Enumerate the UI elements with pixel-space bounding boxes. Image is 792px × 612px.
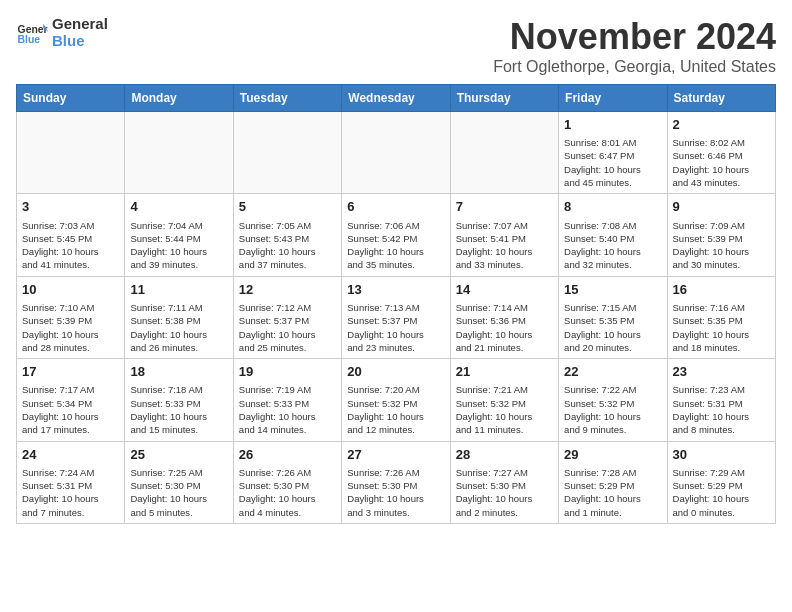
day-number: 4: [130, 198, 227, 216]
calendar-cell: 12Sunrise: 7:12 AM Sunset: 5:37 PM Dayli…: [233, 276, 341, 358]
calendar-cell: 14Sunrise: 7:14 AM Sunset: 5:36 PM Dayli…: [450, 276, 558, 358]
day-number: 30: [673, 446, 770, 464]
calendar-cell: 17Sunrise: 7:17 AM Sunset: 5:34 PM Dayli…: [17, 359, 125, 441]
day-number: 13: [347, 281, 444, 299]
calendar-cell: [17, 112, 125, 194]
calendar-week-row: 17Sunrise: 7:17 AM Sunset: 5:34 PM Dayli…: [17, 359, 776, 441]
day-number: 26: [239, 446, 336, 464]
day-number: 2: [673, 116, 770, 134]
day-number: 23: [673, 363, 770, 381]
day-info: Sunrise: 7:06 AM Sunset: 5:42 PM Dayligh…: [347, 219, 444, 272]
day-info: Sunrise: 7:27 AM Sunset: 5:30 PM Dayligh…: [456, 466, 553, 519]
day-number: 5: [239, 198, 336, 216]
weekday-header-row: SundayMondayTuesdayWednesdayThursdayFrid…: [17, 85, 776, 112]
day-number: 3: [22, 198, 119, 216]
calendar-cell: 30Sunrise: 7:29 AM Sunset: 5:29 PM Dayli…: [667, 441, 775, 523]
day-number: 25: [130, 446, 227, 464]
day-info: Sunrise: 7:23 AM Sunset: 5:31 PM Dayligh…: [673, 383, 770, 436]
calendar-cell: 22Sunrise: 7:22 AM Sunset: 5:32 PM Dayli…: [559, 359, 667, 441]
day-info: Sunrise: 7:05 AM Sunset: 5:43 PM Dayligh…: [239, 219, 336, 272]
calendar-cell: 4Sunrise: 7:04 AM Sunset: 5:44 PM Daylig…: [125, 194, 233, 276]
calendar-cell: [342, 112, 450, 194]
weekday-header: Sunday: [17, 85, 125, 112]
weekday-header: Monday: [125, 85, 233, 112]
calendar-cell: 9Sunrise: 7:09 AM Sunset: 5:39 PM Daylig…: [667, 194, 775, 276]
day-info: Sunrise: 7:25 AM Sunset: 5:30 PM Dayligh…: [130, 466, 227, 519]
calendar-table: SundayMondayTuesdayWednesdayThursdayFrid…: [16, 84, 776, 524]
calendar-cell: 15Sunrise: 7:15 AM Sunset: 5:35 PM Dayli…: [559, 276, 667, 358]
day-number: 11: [130, 281, 227, 299]
day-number: 27: [347, 446, 444, 464]
day-info: Sunrise: 7:22 AM Sunset: 5:32 PM Dayligh…: [564, 383, 661, 436]
day-info: Sunrise: 7:09 AM Sunset: 5:39 PM Dayligh…: [673, 219, 770, 272]
calendar-cell: [233, 112, 341, 194]
day-info: Sunrise: 7:14 AM Sunset: 5:36 PM Dayligh…: [456, 301, 553, 354]
calendar-cell: 6Sunrise: 7:06 AM Sunset: 5:42 PM Daylig…: [342, 194, 450, 276]
day-number: 12: [239, 281, 336, 299]
header: General Blue General Blue November 2024 …: [16, 16, 776, 76]
day-number: 18: [130, 363, 227, 381]
day-number: 22: [564, 363, 661, 381]
calendar-week-row: 24Sunrise: 7:24 AM Sunset: 5:31 PM Dayli…: [17, 441, 776, 523]
calendar-cell: 7Sunrise: 7:07 AM Sunset: 5:41 PM Daylig…: [450, 194, 558, 276]
calendar-cell: 1Sunrise: 8:01 AM Sunset: 6:47 PM Daylig…: [559, 112, 667, 194]
day-info: Sunrise: 7:04 AM Sunset: 5:44 PM Dayligh…: [130, 219, 227, 272]
logo-text-blue: Blue: [52, 33, 108, 50]
day-info: Sunrise: 7:07 AM Sunset: 5:41 PM Dayligh…: [456, 219, 553, 272]
day-number: 21: [456, 363, 553, 381]
calendar-cell: 13Sunrise: 7:13 AM Sunset: 5:37 PM Dayli…: [342, 276, 450, 358]
calendar-cell: 27Sunrise: 7:26 AM Sunset: 5:30 PM Dayli…: [342, 441, 450, 523]
weekday-header: Saturday: [667, 85, 775, 112]
weekday-header: Thursday: [450, 85, 558, 112]
calendar-cell: 10Sunrise: 7:10 AM Sunset: 5:39 PM Dayli…: [17, 276, 125, 358]
day-number: 19: [239, 363, 336, 381]
calendar-cell: 29Sunrise: 7:28 AM Sunset: 5:29 PM Dayli…: [559, 441, 667, 523]
calendar-cell: 28Sunrise: 7:27 AM Sunset: 5:30 PM Dayli…: [450, 441, 558, 523]
day-info: Sunrise: 7:16 AM Sunset: 5:35 PM Dayligh…: [673, 301, 770, 354]
day-number: 17: [22, 363, 119, 381]
calendar-cell: 5Sunrise: 7:05 AM Sunset: 5:43 PM Daylig…: [233, 194, 341, 276]
calendar-cell: 11Sunrise: 7:11 AM Sunset: 5:38 PM Dayli…: [125, 276, 233, 358]
day-number: 1: [564, 116, 661, 134]
calendar-cell: 20Sunrise: 7:20 AM Sunset: 5:32 PM Dayli…: [342, 359, 450, 441]
day-info: Sunrise: 7:03 AM Sunset: 5:45 PM Dayligh…: [22, 219, 119, 272]
calendar-week-row: 10Sunrise: 7:10 AM Sunset: 5:39 PM Dayli…: [17, 276, 776, 358]
day-info: Sunrise: 7:19 AM Sunset: 5:33 PM Dayligh…: [239, 383, 336, 436]
calendar-week-row: 1Sunrise: 8:01 AM Sunset: 6:47 PM Daylig…: [17, 112, 776, 194]
day-info: Sunrise: 7:12 AM Sunset: 5:37 PM Dayligh…: [239, 301, 336, 354]
day-info: Sunrise: 7:18 AM Sunset: 5:33 PM Dayligh…: [130, 383, 227, 436]
calendar-cell: [450, 112, 558, 194]
day-number: 29: [564, 446, 661, 464]
day-info: Sunrise: 7:20 AM Sunset: 5:32 PM Dayligh…: [347, 383, 444, 436]
calendar-cell: 16Sunrise: 7:16 AM Sunset: 5:35 PM Dayli…: [667, 276, 775, 358]
weekday-header: Friday: [559, 85, 667, 112]
calendar-cell: 19Sunrise: 7:19 AM Sunset: 5:33 PM Dayli…: [233, 359, 341, 441]
calendar-cell: 24Sunrise: 7:24 AM Sunset: 5:31 PM Dayli…: [17, 441, 125, 523]
day-info: Sunrise: 7:21 AM Sunset: 5:32 PM Dayligh…: [456, 383, 553, 436]
calendar-cell: 21Sunrise: 7:21 AM Sunset: 5:32 PM Dayli…: [450, 359, 558, 441]
day-info: Sunrise: 7:29 AM Sunset: 5:29 PM Dayligh…: [673, 466, 770, 519]
weekday-header: Tuesday: [233, 85, 341, 112]
day-info: Sunrise: 7:28 AM Sunset: 5:29 PM Dayligh…: [564, 466, 661, 519]
day-info: Sunrise: 8:02 AM Sunset: 6:46 PM Dayligh…: [673, 136, 770, 189]
day-number: 9: [673, 198, 770, 216]
day-number: 7: [456, 198, 553, 216]
day-number: 20: [347, 363, 444, 381]
title-block: November 2024 Fort Oglethorpe, Georgia, …: [493, 16, 776, 76]
day-info: Sunrise: 7:08 AM Sunset: 5:40 PM Dayligh…: [564, 219, 661, 272]
svg-text:Blue: Blue: [18, 34, 41, 45]
day-number: 28: [456, 446, 553, 464]
calendar-cell: 18Sunrise: 7:18 AM Sunset: 5:33 PM Dayli…: [125, 359, 233, 441]
day-number: 10: [22, 281, 119, 299]
calendar-cell: 26Sunrise: 7:26 AM Sunset: 5:30 PM Dayli…: [233, 441, 341, 523]
day-info: Sunrise: 7:15 AM Sunset: 5:35 PM Dayligh…: [564, 301, 661, 354]
calendar-cell: 25Sunrise: 7:25 AM Sunset: 5:30 PM Dayli…: [125, 441, 233, 523]
day-info: Sunrise: 8:01 AM Sunset: 6:47 PM Dayligh…: [564, 136, 661, 189]
calendar-week-row: 3Sunrise: 7:03 AM Sunset: 5:45 PM Daylig…: [17, 194, 776, 276]
day-info: Sunrise: 7:26 AM Sunset: 5:30 PM Dayligh…: [239, 466, 336, 519]
day-info: Sunrise: 7:17 AM Sunset: 5:34 PM Dayligh…: [22, 383, 119, 436]
day-number: 16: [673, 281, 770, 299]
day-info: Sunrise: 7:24 AM Sunset: 5:31 PM Dayligh…: [22, 466, 119, 519]
location-title: Fort Oglethorpe, Georgia, United States: [493, 58, 776, 76]
day-info: Sunrise: 7:26 AM Sunset: 5:30 PM Dayligh…: [347, 466, 444, 519]
